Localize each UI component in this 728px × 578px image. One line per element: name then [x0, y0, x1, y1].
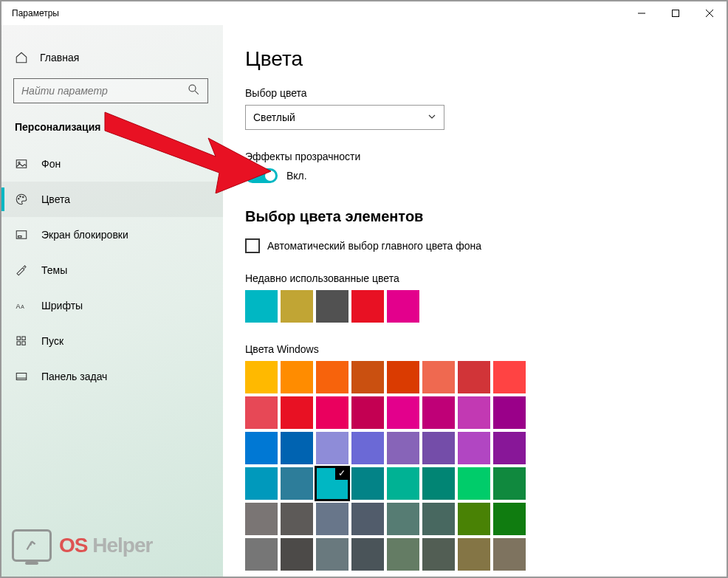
windows-color-swatch[interactable] — [245, 467, 278, 500]
windows-color-swatch[interactable] — [316, 503, 348, 535]
accent-heading: Выбор цвета элементов — [245, 208, 712, 225]
svg-rect-6 — [16, 160, 27, 168]
home-icon — [15, 51, 28, 64]
windows-color-swatch[interactable] — [422, 538, 455, 571]
windows-color-swatch[interactable] — [458, 503, 490, 535]
chevron-down-icon — [427, 111, 436, 123]
transparency-label: Эффекты прозрачности — [245, 151, 712, 162]
windows-color-swatch[interactable] — [493, 538, 526, 571]
windows-color-swatch[interactable] — [422, 396, 455, 429]
recent-color-swatch[interactable] — [387, 290, 419, 323]
windows-color-swatch[interactable] — [351, 432, 384, 464]
auto-pick-label: Автоматический выбор главного цвета фона — [267, 240, 481, 252]
search-icon — [187, 83, 200, 99]
windows-color-swatch[interactable] — [245, 503, 278, 535]
recent-color-swatch[interactable] — [351, 290, 384, 323]
windows-color-swatch[interactable] — [458, 538, 490, 571]
windows-color-swatch[interactable] — [316, 361, 348, 393]
windows-color-swatch[interactable] — [387, 432, 419, 464]
color-mode-dropdown[interactable]: Светлый — [245, 105, 444, 130]
lockscreen-icon — [15, 228, 28, 241]
windows-color-swatch[interactable] — [422, 467, 455, 500]
windows-color-swatch[interactable] — [351, 361, 384, 393]
home-nav[interactable]: Главная — [1, 43, 223, 72]
windows-color-swatch[interactable] — [422, 361, 455, 393]
svg-rect-16 — [22, 337, 26, 340]
windows-color-swatch[interactable] — [281, 538, 313, 571]
windows-color-swatch[interactable] — [281, 467, 313, 500]
windows-color-swatch[interactable] — [281, 396, 313, 429]
sidebar-item-start[interactable]: Пуск — [1, 323, 223, 359]
picture-icon — [15, 157, 28, 171]
sidebar-item-fonts[interactable]: AA Шрифты — [1, 288, 223, 323]
recent-color-swatch[interactable] — [245, 290, 278, 323]
windows-color-swatch[interactable] — [316, 467, 348, 500]
close-button[interactable] — [693, 1, 727, 25]
recent-color-swatch[interactable] — [281, 290, 313, 323]
sidebar-item-label: Панель задач — [41, 371, 107, 382]
windows-color-swatch[interactable] — [316, 432, 348, 464]
windows-color-swatch[interactable] — [493, 503, 526, 535]
recent-colors-row — [245, 290, 712, 323]
sidebar-item-label: Цвета — [41, 193, 70, 205]
windows-color-swatch[interactable] — [493, 361, 526, 393]
windows-color-swatch[interactable] — [458, 467, 490, 500]
windows-color-swatch[interactable] — [387, 396, 419, 429]
windows-color-swatch[interactable] — [281, 432, 313, 464]
sidebar-item-label: Экран блокировки — [41, 229, 128, 241]
windows-color-swatch[interactable] — [316, 396, 348, 429]
palette-icon — [15, 193, 28, 206]
windows-color-swatch[interactable] — [245, 432, 278, 464]
windows-color-swatch[interactable] — [351, 503, 384, 535]
toggle-state-text: Вкл. — [286, 170, 307, 182]
watermark-os: OS — [59, 534, 87, 557]
windows-colors-grid — [245, 361, 712, 571]
svg-line-5 — [195, 91, 199, 94]
sidebar: Главная Персонализация Фон Цвета Экран — [1, 25, 223, 577]
windows-color-swatch[interactable] — [387, 503, 419, 535]
windows-color-swatch[interactable] — [493, 432, 526, 464]
windows-color-swatch[interactable] — [316, 538, 348, 571]
sidebar-item-themes[interactable]: Темы — [1, 252, 223, 288]
windows-color-swatch[interactable] — [351, 467, 384, 500]
windows-color-swatch[interactable] — [245, 396, 278, 429]
sidebar-item-background[interactable]: Фон — [1, 146, 223, 182]
sidebar-nav: Фон Цвета Экран блокировки Темы AA Шрифт… — [1, 146, 223, 394]
windows-color-swatch[interactable] — [422, 503, 455, 535]
windows-color-swatch[interactable] — [281, 503, 313, 535]
windows-color-swatch[interactable] — [387, 467, 419, 500]
sidebar-item-label: Фон — [41, 158, 61, 170]
fonts-icon: AA — [15, 299, 28, 312]
windows-color-swatch[interactable] — [351, 396, 384, 429]
search-input-container[interactable] — [13, 78, 208, 103]
windows-color-swatch[interactable] — [245, 361, 278, 393]
windows-color-swatch[interactable] — [387, 538, 419, 571]
svg-point-9 — [20, 196, 21, 198]
windows-color-swatch[interactable] — [493, 396, 526, 429]
minimize-button[interactable] — [625, 1, 659, 25]
recent-color-swatch[interactable] — [316, 290, 348, 323]
content-area: Цвета Выбор цвета Светлый Эффекты прозра… — [223, 25, 727, 577]
sidebar-item-colors[interactable]: Цвета — [1, 182, 223, 217]
windows-color-swatch[interactable] — [458, 396, 490, 429]
windows-color-swatch[interactable] — [387, 361, 419, 393]
monitor-icon — [12, 529, 52, 562]
watermark: OS Helper — [12, 529, 152, 562]
windows-color-swatch[interactable] — [458, 432, 490, 464]
transparency-toggle[interactable] — [245, 168, 278, 183]
windows-color-swatch[interactable] — [422, 432, 455, 464]
svg-rect-17 — [17, 342, 21, 345]
windows-color-swatch[interactable] — [281, 361, 313, 393]
windows-color-swatch[interactable] — [458, 361, 490, 393]
windows-color-swatch[interactable] — [245, 538, 278, 571]
windows-colors-label: Цвета Windows — [245, 343, 712, 355]
sidebar-item-lockscreen[interactable]: Экран блокировки — [1, 217, 223, 252]
windows-color-swatch[interactable] — [493, 467, 526, 500]
themes-icon — [15, 264, 28, 277]
windows-color-swatch[interactable] — [351, 538, 384, 571]
auto-pick-checkbox[interactable] — [245, 238, 260, 253]
titlebar: Параметры — [1, 1, 727, 25]
search-input[interactable] — [21, 85, 181, 97]
maximize-button[interactable] — [659, 1, 693, 25]
sidebar-item-taskbar[interactable]: Панель задач — [1, 359, 223, 394]
